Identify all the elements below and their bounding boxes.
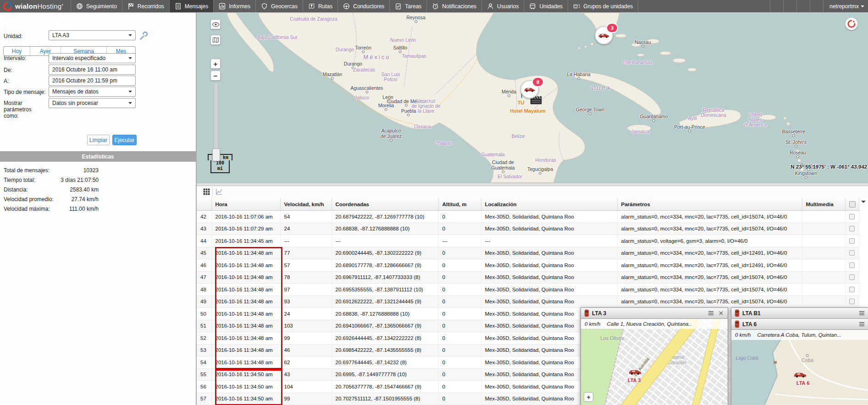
cell-parameters: alarm_status=0, mcc=334, mnc=20, lac=773… — [617, 211, 802, 223]
execute-button[interactable]: Ejecutar — [112, 135, 137, 145]
unit-address: Carretera A Coba, Tulum, Quintan... — [757, 332, 841, 338]
tab-label: Informes — [229, 3, 250, 10]
car-icon — [598, 33, 609, 38]
tab-usuarios[interactable]: Usuarios — [481, 0, 524, 12]
tab-seguimiento[interactable]: Seguimiento — [71, 0, 122, 12]
column-header[interactable]: Altitud, m — [438, 198, 481, 211]
minimap-zoom-in[interactable]: + — [584, 392, 593, 402]
table-row[interactable]: 472016-10-16 11:34:48 am7820.6967911112,… — [197, 271, 859, 284]
visibility-button[interactable] — [210, 19, 221, 29]
popup-header[interactable]: LTA 6 — [731, 319, 868, 330]
tab-mensajes[interactable]: Mensajes — [169, 0, 213, 12]
message-type-select[interactable]: Mensajes de datos — [49, 87, 136, 97]
column-header[interactable]: Parámetros — [617, 198, 802, 211]
interval-select-value: Intervalo especificado — [52, 55, 105, 61]
unit-select[interactable]: LTA A3 — [49, 30, 136, 40]
column-options-arrow[interactable] — [861, 201, 866, 205]
cell-select — [845, 235, 859, 247]
cell-altitude: 0 — [438, 308, 481, 320]
column-header[interactable]: Multimedia — [802, 198, 845, 211]
column-header[interactable]: Hora — [211, 198, 280, 211]
column-header[interactable]: Localización — [481, 198, 617, 211]
cell-multimedia — [802, 247, 845, 259]
main-map[interactable]: Coahuila de ZaragozaReynosaBaja Californ… — [197, 12, 868, 183]
popup-minimap[interactable]: 0 km/h Carretera A Coba, Tulum, Quintan.… — [731, 330, 868, 405]
user-menu[interactable]: netreportmx — [823, 0, 868, 12]
unit-cluster-marker[interactable]: 3 — [595, 26, 613, 44]
close-icon[interactable] — [717, 310, 724, 317]
tasks-icon — [395, 3, 402, 10]
row-checkbox[interactable] — [849, 226, 855, 231]
unit-popup-lta3: LTA 3 0 km/h Calle 1, Nueva Creación, Qu… — [581, 307, 728, 405]
row-checkbox[interactable] — [849, 214, 855, 219]
tab-tareas[interactable]: Tareas — [389, 0, 426, 12]
unit-marker-car[interactable] — [629, 369, 641, 378]
row-checkbox[interactable] — [849, 274, 855, 280]
more-menu-button[interactable] — [810, 0, 823, 12]
wialon-logo[interactable]: wialonHosting’ — [0, 0, 71, 12]
to-input[interactable]: 2016 Octubre 20 11:59 pm — [49, 76, 136, 86]
unit-icon — [529, 3, 536, 10]
cell-index: 43 — [197, 223, 211, 235]
column-header[interactable]: Velocidad, km/h — [280, 198, 332, 211]
wrench-icon[interactable] — [139, 31, 148, 40]
to-value: 2016 Octubre 20 11:59 pm — [52, 77, 117, 84]
chart-view-button[interactable] — [212, 187, 225, 197]
cell-coordinates: 20.6995, -87.1449777778 (10) — [332, 368, 438, 381]
table-row[interactable]: 482016-10-16 11:34:48 am9720.6955355555,… — [197, 284, 859, 296]
tab-recorridos[interactable]: Recorridos — [122, 0, 169, 12]
row-checkbox[interactable] — [849, 250, 855, 256]
table-row[interactable]: 492016-10-16 11:34:48 am9320.6912622222,… — [197, 296, 859, 308]
tab-label: Seguimiento — [86, 3, 117, 10]
zoom-in-button[interactable]: + — [210, 59, 221, 69]
table-view-button[interactable] — [200, 187, 212, 197]
popup-header[interactable]: LTA 3 — [581, 308, 728, 319]
row-checkbox[interactable] — [849, 287, 855, 292]
popup-menu-button[interactable] — [858, 310, 865, 317]
from-value: 2016 Octubre 16 11:00 am — [52, 66, 117, 73]
cell-speed: 97 — [280, 284, 332, 296]
tools-button[interactable] — [783, 0, 796, 12]
table-row[interactable]: 462016-10-16 11:34:48 am5720.6890177778,… — [197, 259, 859, 272]
tab-label: Mensajes — [185, 3, 208, 10]
tab-notificaciones[interactable]: Notificaciones — [426, 0, 481, 12]
unit-cluster-marker[interactable]: 8 — [520, 80, 539, 99]
show-params-select[interactable]: Datos sin procesar — [49, 98, 136, 108]
zoom-out-button[interactable]: − — [210, 71, 221, 81]
select-all-checkbox[interactable] — [849, 201, 856, 208]
table-row[interactable]: 442016-10-16 11:34:45 am------------alar… — [197, 235, 859, 247]
cell-time: 2016-10-16 11:34:48 am — [211, 344, 280, 356]
table-grid-icon — [203, 188, 210, 196]
popup-menu-button[interactable] — [707, 310, 714, 317]
tab-geocercas[interactable]: Geocercas — [255, 0, 303, 12]
map-provider-logo[interactable] — [845, 17, 858, 30]
tab-unidades[interactable]: Unidades — [524, 0, 568, 12]
clear-button[interactable]: Limpiar — [87, 135, 110, 145]
table-row[interactable]: 422016-10-16 11:07:06 am5420.6879422222,… — [197, 211, 859, 223]
tab-grupos-de-unidades[interactable]: Grupos de unidades — [568, 0, 638, 12]
eye-icon — [212, 22, 220, 27]
popup-menu-button[interactable] — [858, 321, 865, 328]
range-hoy[interactable]: Hoy — [4, 47, 30, 55]
row-checkbox[interactable] — [849, 263, 855, 268]
tab-conductores[interactable]: Conductores — [337, 0, 389, 12]
cell-time: 2016-10-16 11:34:48 am — [211, 320, 280, 332]
apps-button[interactable] — [796, 0, 810, 12]
row-checkbox[interactable] — [849, 238, 855, 244]
popup-header[interactable]: LTA B1 — [731, 308, 868, 319]
column-header[interactable]: Coordenadas — [332, 198, 438, 211]
table-row[interactable]: 452016-10-16 11:34:48 am7720.6900244445,… — [197, 247, 859, 259]
tab-informes[interactable]: Informes — [213, 0, 255, 12]
interval-select[interactable]: Intervalo especificado — [49, 53, 136, 63]
zoom-slider-handle[interactable] — [212, 148, 220, 161]
from-input[interactable]: 2016 Octubre 16 11:00 am — [49, 65, 136, 75]
unit-marker-car[interactable] — [794, 372, 807, 380]
popup-minimap[interactable]: 0 km/h Calle 1, Nueva Creación, Quintana… — [581, 319, 728, 405]
search-button[interactable] — [770, 0, 783, 12]
horizontal-splitter[interactable] — [197, 183, 868, 186]
table-row[interactable]: 432016-10-16 11:07:29 am2420.68838, -87.… — [197, 223, 859, 235]
zoom-slider-track[interactable] — [214, 82, 218, 157]
row-checkbox[interactable] — [849, 299, 855, 304]
map-source-button[interactable] — [210, 35, 221, 45]
tab-rutas[interactable]: Rutas — [303, 0, 337, 12]
